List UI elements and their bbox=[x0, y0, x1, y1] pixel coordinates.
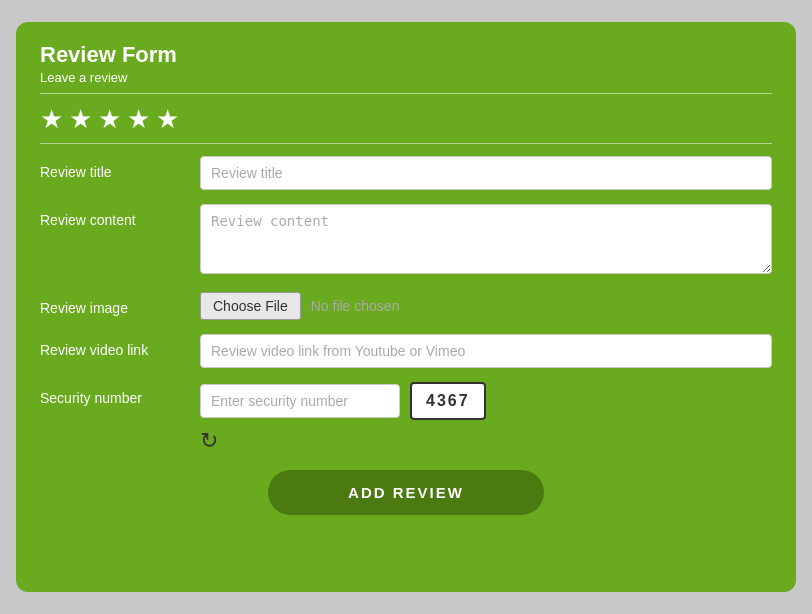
submit-row: ADD REVIEW bbox=[40, 470, 772, 515]
star-4[interactable]: ★ bbox=[127, 104, 150, 135]
captcha-code: 4367 bbox=[410, 382, 486, 420]
review-video-input[interactable] bbox=[200, 334, 772, 368]
review-title-input[interactable] bbox=[200, 156, 772, 190]
star-5[interactable]: ★ bbox=[156, 104, 179, 135]
review-title-row: Review title bbox=[40, 156, 772, 190]
security-number-input[interactable] bbox=[200, 384, 400, 418]
form-title: Review Form bbox=[40, 42, 772, 68]
review-title-field-wrapper bbox=[200, 156, 772, 190]
title-divider bbox=[40, 93, 772, 94]
star-3[interactable]: ★ bbox=[98, 104, 121, 135]
review-form-container: Review Form Leave a review ★ ★ ★ ★ ★ Rev… bbox=[16, 22, 796, 592]
choose-file-button[interactable]: Choose File bbox=[200, 292, 301, 320]
review-image-field-wrapper: Choose File No file chosen bbox=[200, 292, 772, 320]
review-video-field-wrapper bbox=[200, 334, 772, 368]
refresh-row: ↻ bbox=[200, 428, 772, 454]
refresh-captcha-icon[interactable]: ↻ bbox=[200, 428, 218, 454]
form-subtitle: Leave a review bbox=[40, 70, 772, 85]
star-2[interactable]: ★ bbox=[69, 104, 92, 135]
star-1[interactable]: ★ bbox=[40, 104, 63, 135]
security-inputs-wrapper: 4367 bbox=[200, 382, 486, 420]
form-fields: Review title Review content Review image… bbox=[40, 156, 772, 420]
review-image-row: Review image Choose File No file chosen bbox=[40, 292, 772, 320]
review-title-label: Review title bbox=[40, 156, 200, 180]
security-number-row: Security number 4367 bbox=[40, 382, 772, 420]
star-rating-row[interactable]: ★ ★ ★ ★ ★ bbox=[40, 104, 772, 144]
review-content-row: Review content bbox=[40, 204, 772, 278]
review-video-label: Review video link bbox=[40, 334, 200, 358]
review-video-row: Review video link bbox=[40, 334, 772, 368]
security-number-label: Security number bbox=[40, 382, 200, 406]
add-review-button[interactable]: ADD REVIEW bbox=[268, 470, 544, 515]
no-file-text: No file chosen bbox=[311, 298, 400, 314]
review-content-field-wrapper bbox=[200, 204, 772, 278]
review-content-textarea[interactable] bbox=[200, 204, 772, 274]
review-image-label: Review image bbox=[40, 292, 200, 316]
review-content-label: Review content bbox=[40, 204, 200, 228]
